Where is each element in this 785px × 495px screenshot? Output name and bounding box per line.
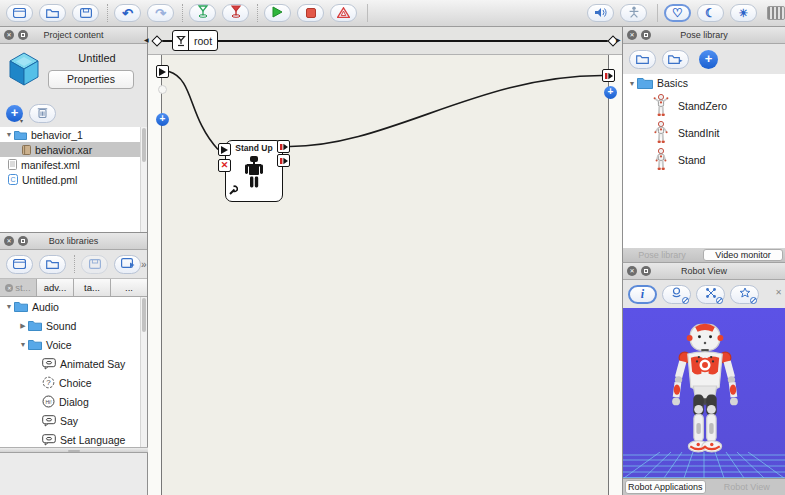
box-onstop-input-port[interactable]: ✕ xyxy=(218,159,231,172)
tree-row-dialog[interactable]: Hi! Dialog xyxy=(0,392,147,411)
redo-button[interactable]: ↷ xyxy=(147,4,174,22)
save-project-button[interactable] xyxy=(72,4,99,22)
scrollbar[interactable] xyxy=(140,297,147,447)
add-input-button[interactable]: + xyxy=(156,113,169,126)
joints-icon xyxy=(705,285,717,303)
connect-button[interactable] xyxy=(189,4,216,22)
rest-button[interactable]: ☾ xyxy=(697,4,724,22)
new-project-button[interactable] xyxy=(6,4,33,22)
tree-row-sound[interactable]: ▶ Sound xyxy=(0,316,147,335)
scrollbar[interactable] xyxy=(140,127,147,232)
expand-arrow-icon[interactable]: ▼ xyxy=(4,303,14,310)
scrollbar-thumb[interactable] xyxy=(142,298,146,332)
tab-robot-applications[interactable]: Robot Applications xyxy=(625,480,706,494)
person-icon xyxy=(628,4,640,22)
flow-diagram-canvas[interactable]: + Stand Up ✕ + xyxy=(148,55,622,495)
root-diagram-node[interactable]: root xyxy=(172,30,218,51)
tree-row-set-language[interactable]: Set Language xyxy=(0,430,147,447)
debug-button[interactable] xyxy=(330,4,357,22)
pose-row-stand[interactable]: Stand xyxy=(623,146,785,173)
tree-row-animated-say[interactable]: Animated Say xyxy=(0,354,147,373)
diagram-onstart-input-port[interactable] xyxy=(156,65,169,78)
box-onstart-input-port[interactable] xyxy=(218,143,231,156)
nao-robot xyxy=(649,322,761,478)
pose-label: StandZero xyxy=(678,100,727,112)
save-library-as-button[interactable] xyxy=(114,255,141,274)
collapsed-arrow-icon[interactable]: ▶ xyxy=(18,322,28,330)
sun-icon: ☀ xyxy=(739,8,749,19)
diagram-secondary-port[interactable] xyxy=(158,85,167,94)
collapse-right-dock-icon[interactable]: ▶ xyxy=(616,36,621,43)
tree-row-basics[interactable]: ▼ Basics xyxy=(623,74,785,92)
close-panel-icon[interactable]: ✕ xyxy=(627,266,637,276)
tree-row-untitled-pml[interactable]: C Untitled.pml xyxy=(0,172,147,187)
connection-links xyxy=(148,55,622,495)
close-toolbar-icon[interactable]: ✕ xyxy=(775,288,782,297)
detach-panel-icon[interactable] xyxy=(18,30,28,40)
pose-row-standzero[interactable]: StandZero xyxy=(623,92,785,119)
undo-button[interactable]: ↶ xyxy=(114,4,141,22)
expand-arrow-icon[interactable]: ▼ xyxy=(627,80,637,87)
save-library-button[interactable] xyxy=(81,255,108,274)
xml-file-icon xyxy=(8,159,17,170)
heartbeat-button[interactable]: ♡ xyxy=(664,4,691,22)
tree-row-manifest[interactable]: manifest.xml xyxy=(0,157,147,172)
tree-row-choice[interactable]: ? Choice xyxy=(0,373,147,392)
tree-row-behavior-1[interactable]: ▼ behavior_1 xyxy=(0,127,147,142)
open-library-button[interactable] xyxy=(39,255,66,274)
collapse-left-dock-icon[interactable]: ◀ xyxy=(144,36,149,43)
tree-row-audio[interactable]: ▼ Audio xyxy=(0,297,147,316)
wake-up-button[interactable]: ☀ xyxy=(730,4,757,22)
library-tab-more[interactable]: ... xyxy=(111,279,147,296)
new-library-button[interactable] xyxy=(6,255,33,274)
folder-icon xyxy=(637,77,653,89)
play-button[interactable] xyxy=(264,4,291,22)
tree-row-behavior-xar[interactable]: behavior.xar xyxy=(0,142,147,157)
close-panel-icon[interactable]: ✕ xyxy=(627,30,637,40)
add-pose-button[interactable]: + xyxy=(699,50,718,69)
robot-view-tab-bar: Robot Applications Robot View xyxy=(623,478,785,495)
properties-button[interactable]: Properties xyxy=(48,70,134,89)
open-pose-library-button[interactable] xyxy=(629,50,656,69)
project-cube-icon xyxy=(6,51,42,91)
show-joints-toggle-button[interactable] xyxy=(696,285,725,304)
info-toggle-button[interactable]: i xyxy=(628,285,657,304)
volume-button[interactable] xyxy=(587,4,614,22)
stop-button[interactable] xyxy=(297,4,324,22)
box-output-port-2[interactable] xyxy=(277,154,290,167)
diagram-output-port[interactable] xyxy=(602,69,615,82)
overflow-chevron-icon[interactable]: » xyxy=(141,259,147,270)
expand-arrow-icon[interactable]: ▼ xyxy=(4,131,14,138)
tab-video-monitor[interactable]: Video monitor xyxy=(703,249,783,261)
library-tab-tablet[interactable]: ta... xyxy=(74,279,111,296)
new-file-icon xyxy=(13,4,26,22)
tree-row-say[interactable]: Say xyxy=(0,411,147,430)
tree-row-voice[interactable]: ▼ Voice xyxy=(0,335,147,354)
export-pose-library-button[interactable] xyxy=(662,50,689,69)
show-robot-toggle-button[interactable] xyxy=(662,285,691,304)
box-output-port-1[interactable] xyxy=(277,140,290,153)
detach-panel-icon[interactable] xyxy=(641,266,651,276)
delete-content-button[interactable] xyxy=(29,104,56,123)
pose-row-standinit[interactable]: StandInit xyxy=(623,119,785,146)
close-panel-icon[interactable]: ✕ xyxy=(4,30,14,40)
library-tab-standard[interactable]: ✕ st... xyxy=(0,279,37,296)
open-project-button[interactable] xyxy=(39,4,66,22)
stiffness-button[interactable] xyxy=(620,4,647,22)
add-output-button[interactable]: + xyxy=(604,86,617,99)
tab-pose-library[interactable]: Pose library xyxy=(623,248,701,262)
close-panel-icon[interactable]: ✕ xyxy=(4,236,14,246)
tree-label: Basics xyxy=(657,77,688,89)
close-tab-icon[interactable]: ✕ xyxy=(5,284,13,292)
library-tab-advanced[interactable]: adv... xyxy=(37,279,74,296)
detach-panel-icon[interactable] xyxy=(18,236,28,246)
scrollbar-thumb[interactable] xyxy=(142,128,146,162)
stand-up-box[interactable]: Stand Up xyxy=(225,140,283,202)
robot-3d-view[interactable] xyxy=(623,308,785,478)
show-resources-toggle-button[interactable] xyxy=(730,285,759,304)
detach-panel-icon[interactable] xyxy=(641,30,651,40)
output-arrow-icon xyxy=(605,72,613,80)
tab-robot-view[interactable]: Robot View xyxy=(708,479,785,495)
disconnect-button[interactable] xyxy=(222,4,249,22)
expand-arrow-icon[interactable]: ▼ xyxy=(18,341,28,348)
